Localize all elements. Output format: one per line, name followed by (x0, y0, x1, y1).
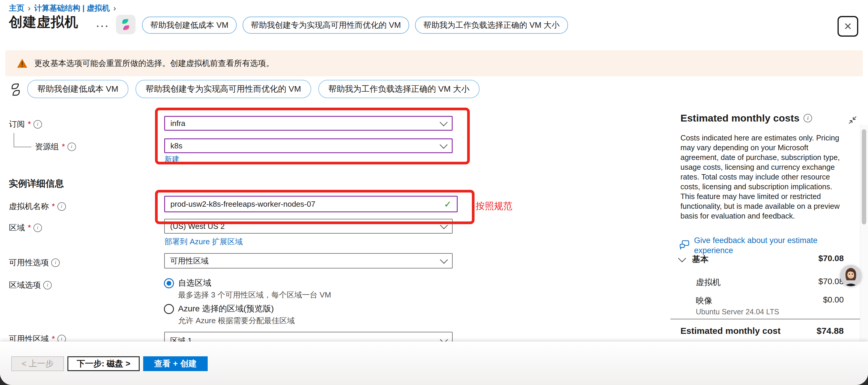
vm-name-label: 虚拟机名称* i (9, 201, 66, 212)
copilot-suggestions-row-2: 帮助我创建低成本 VM 帮助我创建专为实现高可用性而优化的 VM 帮助我为工作负… (27, 80, 479, 98)
create-new-link[interactable]: 新建 (164, 154, 179, 164)
more-options-ellipsis[interactable]: ··· (96, 21, 110, 31)
footer-bar: < 上一步 下一步: 磁盘 > 查看 + 创建 (0, 342, 868, 385)
radio-description: 最多选择 3 个可用性区域，每个区域一台 VM (178, 290, 331, 300)
annotation-text: 按照规范 (476, 200, 513, 212)
total-amount: $74.88 (793, 326, 844, 336)
copilot-suggestions-row-1: 帮助我创建低成本 VM 帮助我创建专为实现高可用性而优化的 VM 帮助我为工作负… (142, 17, 568, 34)
costs-panel-title: Estimated monthly costs i (680, 113, 812, 124)
info-icon[interactable]: i (57, 202, 66, 211)
feedback-bubbles-icon (679, 239, 690, 251)
chevron-down-icon (678, 254, 686, 262)
required-star: * (28, 120, 31, 129)
breadcrumb-chevron-icon: › (113, 4, 116, 13)
chevron-down-icon (440, 256, 448, 264)
valid-check-icon: ✓ (444, 199, 452, 210)
connector-line (13, 147, 31, 147)
close-button[interactable]: ✕ (838, 16, 858, 37)
copilot-outline-icon (8, 82, 24, 98)
subscription-dropdown[interactable]: infra (164, 116, 453, 131)
zone-options-label: 区域选项 i (9, 280, 52, 290)
region-dropdown[interactable]: (US) West US 2 (164, 219, 453, 234)
required-star: * (52, 202, 55, 211)
radio-azure-selected-zone[interactable] (164, 304, 174, 314)
page-title: 创建虚拟机 (9, 13, 79, 31)
previous-step-button[interactable]: < 上一步 (11, 356, 64, 371)
suggestion-low-cost-button[interactable]: 帮助我创建低成本 VM (142, 17, 237, 34)
scrollbar-thumb[interactable] (862, 129, 866, 224)
review-create-button[interactable]: 查看 + 创建 (143, 356, 208, 371)
radio-self-selected-zone[interactable] (164, 278, 174, 288)
region-label: 区域* i (9, 222, 42, 233)
breadcrumb-home-link[interactable]: 主页 (9, 3, 24, 13)
costs-disclaimer-text: Costs indicated here are estimates only.… (680, 133, 848, 221)
info-icon[interactable]: i (67, 142, 76, 151)
subscription-label: 订阅* i (9, 119, 42, 130)
next-step-disks-button[interactable]: 下一步: 磁盘 > (67, 356, 140, 371)
copilot-button[interactable] (116, 15, 135, 34)
breadcrumb-vm-link[interactable]: 计算基础结构 | 虚拟机 (34, 3, 110, 13)
suggestion-vm-size-button[interactable]: 帮助我为工作负载选择正确的 VM 大小 (415, 17, 568, 34)
info-icon[interactable]: i (33, 120, 42, 129)
close-icon: ✕ (844, 21, 852, 32)
instance-details-heading: 实例详细信息 (9, 178, 64, 190)
required-star: * (28, 223, 31, 232)
cost-item-vm: 虚拟机 (696, 277, 721, 288)
chevron-down-icon (440, 141, 447, 149)
radio-label[interactable]: Azure 选择的区域(预览版) (178, 303, 274, 314)
required-star: * (62, 142, 65, 151)
extended-zones-link[interactable]: 部署到 Azure 扩展区域 (164, 236, 243, 247)
copilot-icon (119, 18, 132, 31)
resource-group-label: 资源组* i (35, 141, 76, 152)
warning-icon (17, 58, 28, 68)
cost-group-row-basic[interactable]: 基本 (679, 254, 709, 265)
availability-options-label: 可用性选项 i (9, 257, 60, 268)
vm-name-input[interactable]: prod-usw2-k8s-freeleaps-worker-nodes-07 … (164, 196, 458, 212)
total-label: Estimated monthly cost (680, 326, 780, 336)
estimate-feedback-link[interactable]: Give feedback about your estimate experi… (679, 235, 845, 255)
create-vm-page: 主页 › 计算基础结构 | 虚拟机 › 创建虚拟机 ··· 帮助我创建低成本 V… (0, 0, 868, 385)
cost-item-image: 映像 (696, 295, 712, 306)
cost-group-amount: $70.08 (799, 254, 844, 263)
avatar-image (840, 265, 862, 286)
info-icon[interactable]: i (804, 114, 812, 122)
breadcrumb: 主页 › 计算基础结构 | 虚拟机 › (9, 3, 116, 13)
suggestion-low-cost-button[interactable]: 帮助我创建低成本 VM (27, 80, 128, 98)
collapse-arrows-icon (848, 115, 857, 125)
cost-item-image-sub: Ubuntu Server 24.04 LTS (696, 308, 779, 316)
collapse-panel-button[interactable] (848, 115, 857, 126)
resource-group-dropdown[interactable]: k8s (164, 138, 453, 153)
warning-banner: 更改基本选项可能会重置所做的选择。创建虚拟机前查看所有选项。 (5, 50, 863, 76)
info-icon[interactable]: i (33, 224, 42, 232)
panel-divider (671, 319, 862, 319)
breadcrumb-chevron-icon: › (28, 4, 30, 13)
info-icon[interactable]: i (43, 281, 52, 289)
radio-label[interactable]: 自选区域 (178, 277, 211, 289)
chevron-down-icon (440, 118, 447, 126)
availability-options-dropdown[interactable]: 可用性区域 (164, 253, 453, 268)
info-icon[interactable]: i (51, 258, 60, 267)
cost-item-image-amount: $0.00 (799, 295, 844, 304)
radio-description: 允许 Azure 根据需要分配最佳区域 (178, 316, 294, 326)
suggestion-high-availability-button[interactable]: 帮助我创建专为实现高可用性而优化的 VM (243, 17, 409, 34)
avatar[interactable] (840, 265, 862, 286)
suggestion-high-availability-button[interactable]: 帮助我创建专为实现高可用性而优化的 VM (135, 80, 311, 98)
suggestion-vm-size-button[interactable]: 帮助我为工作负载选择正确的 VM 大小 (318, 80, 480, 98)
chevron-down-icon (440, 221, 448, 229)
cost-item-vm-amount: $70.08 (799, 277, 844, 286)
connector-line (13, 133, 14, 147)
warning-text: 更改基本选项可能会重置所做的选择。创建虚拟机前查看所有选项。 (34, 58, 274, 69)
